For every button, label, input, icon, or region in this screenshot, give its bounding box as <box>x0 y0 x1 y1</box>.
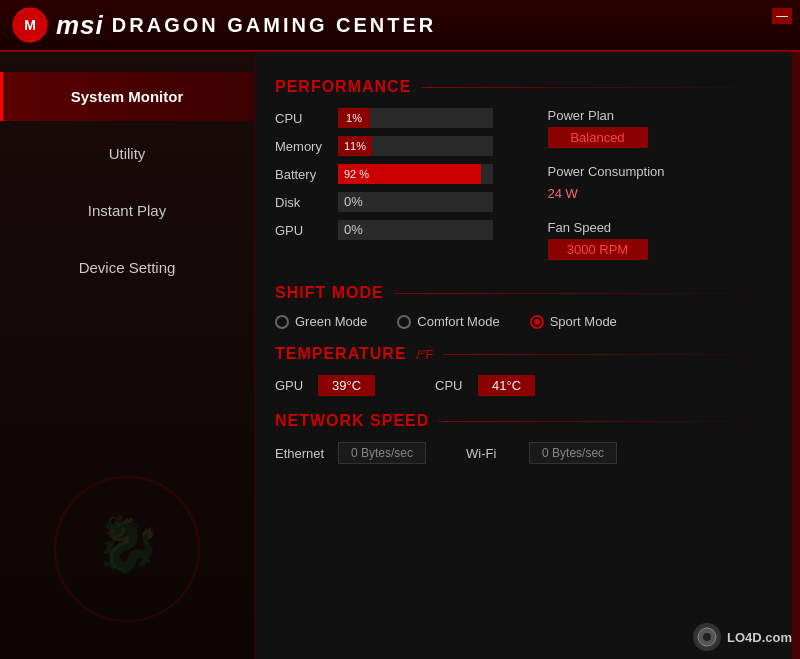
gpu-metric-row: GPU 0% <box>275 220 528 240</box>
battery-bar: 92 % <box>338 164 493 184</box>
cpu-label: CPU <box>275 111 330 126</box>
memory-value: 11% <box>338 136 372 156</box>
wifi-value: 0 Bytes/sec <box>529 442 617 464</box>
shift-mode-header: Shift Mode <box>275 284 780 302</box>
shift-mode-line <box>394 293 780 294</box>
gpu-bar: 0% <box>338 220 493 240</box>
performance-header: Performance <box>275 78 780 96</box>
green-mode-label: Green Mode <box>295 314 367 329</box>
disk-bar: 0% <box>338 192 493 212</box>
gpu-label: GPU <box>275 223 330 238</box>
lo4d-text: LO4D.com <box>727 630 792 645</box>
comfort-mode-radio[interactable] <box>397 315 411 329</box>
performance-title: Performance <box>275 78 411 96</box>
sidebar: System Monitor Utility Instant Play Devi… <box>0 52 255 659</box>
performance-grid: CPU 1% Memory 11% <box>275 108 780 268</box>
ethernet-value: 0 Bytes/sec <box>338 442 426 464</box>
memory-metric-row: Memory 11% <box>275 136 528 156</box>
sport-mode-label: Sport Mode <box>550 314 617 329</box>
gpu-temp-label: GPU <box>275 378 310 393</box>
fan-speed-value: 3000 RPM <box>548 239 648 260</box>
battery-metric-row: Battery 92 % <box>275 164 528 184</box>
cpu-temp-label: CPU <box>435 378 470 393</box>
logo: M msi DRAGON GAMING CENTER <box>12 7 436 43</box>
ethernet-label: Ethernet <box>275 446 330 461</box>
ethernet-item: Ethernet 0 Bytes/sec <box>275 442 426 464</box>
perf-right: Power Plan Balanced Power Consumption 24… <box>528 108 781 268</box>
disk-value: 0% <box>344 194 363 209</box>
power-plan-value: Balanced <box>548 127 648 148</box>
power-consumption-value: 24 W <box>548 183 781 204</box>
main-container: System Monitor Utility Instant Play Devi… <box>0 52 800 659</box>
sidebar-item-utility[interactable]: Utility <box>0 129 254 178</box>
title-bar: M msi DRAGON GAMING CENTER — <box>0 0 800 52</box>
comfort-mode-option[interactable]: Comfort Mode <box>397 314 499 329</box>
svg-point-5 <box>703 633 711 641</box>
battery-value: 92 % <box>338 164 375 184</box>
fan-speed-metric: Fan Speed 3000 RPM <box>548 220 781 260</box>
gpu-temp-item: GPU 39°C <box>275 375 375 396</box>
battery-label: Battery <box>275 167 330 182</box>
app-title: DRAGON GAMING CENTER <box>112 14 436 37</box>
network-speed-line <box>439 421 780 422</box>
wifi-label: Wi-Fi <box>466 446 521 461</box>
power-plan-label: Power Plan <box>548 108 781 123</box>
temperature-line <box>443 354 780 355</box>
memory-bar: 11% <box>338 136 493 156</box>
fan-speed-label: Fan Speed <box>548 220 781 235</box>
minimize-button[interactable]: — <box>772 8 792 24</box>
svg-text:🐉: 🐉 <box>94 512 162 577</box>
right-decoration <box>792 52 800 659</box>
svg-text:M: M <box>24 17 36 33</box>
temperature-title: Temperature <box>275 345 407 363</box>
msi-logo-icon: M <box>12 7 48 43</box>
temp-unit-toggle[interactable]: /°F <box>417 347 434 362</box>
cpu-metric-row: CPU 1% <box>275 108 528 128</box>
sport-mode-radio[interactable] <box>530 315 544 329</box>
svg-point-2 <box>55 477 199 621</box>
green-mode-option[interactable]: Green Mode <box>275 314 367 329</box>
memory-label: Memory <box>275 139 330 154</box>
cpu-bar: 1% <box>338 108 493 128</box>
power-consumption-metric: Power Consumption 24 W <box>548 164 781 204</box>
network-speed-section: Network Speed Ethernet 0 Bytes/sec Wi-Fi… <box>275 412 780 464</box>
sidebar-item-instant-play[interactable]: Instant Play <box>0 186 254 235</box>
power-plan-metric: Power Plan Balanced <box>548 108 781 148</box>
lo4d-circle <box>693 623 721 651</box>
sidebar-dragon-watermark: 🐉 <box>37 459 217 639</box>
performance-line <box>421 87 780 88</box>
disk-metric-row: Disk 0% <box>275 192 528 212</box>
content-area: Performance CPU 1% <box>255 52 800 659</box>
wifi-item: Wi-Fi 0 Bytes/sec <box>466 442 617 464</box>
lo4d-watermark: LO4D.com <box>693 623 792 651</box>
gpu-temp-value: 39°C <box>318 375 375 396</box>
disk-label: Disk <box>275 195 330 210</box>
green-mode-radio[interactable] <box>275 315 289 329</box>
perf-left: CPU 1% Memory 11% <box>275 108 528 268</box>
msi-text: msi <box>56 10 104 41</box>
temperature-items: GPU 39°C CPU 41°C <box>275 375 780 396</box>
network-speed-header: Network Speed <box>275 412 780 430</box>
shift-mode-options: Green Mode Comfort Mode Sport Mode <box>275 314 780 329</box>
gpu-value: 0% <box>344 222 363 237</box>
cpu-value: 1% <box>338 108 370 128</box>
temperature-header: Temperature /°F <box>275 345 780 363</box>
comfort-mode-label: Comfort Mode <box>417 314 499 329</box>
shift-mode-title: Shift Mode <box>275 284 384 302</box>
network-speed-title: Network Speed <box>275 412 429 430</box>
sport-mode-option[interactable]: Sport Mode <box>530 314 617 329</box>
performance-section: Performance CPU 1% <box>275 78 780 268</box>
power-consumption-label: Power Consumption <box>548 164 781 179</box>
cpu-temp-item: CPU 41°C <box>435 375 535 396</box>
shift-mode-section: Shift Mode Green Mode Comfort Mode <box>275 284 780 329</box>
sidebar-item-device-setting[interactable]: Device Setting <box>0 243 254 292</box>
sidebar-item-system-monitor[interactable]: System Monitor <box>0 72 254 121</box>
network-items: Ethernet 0 Bytes/sec Wi-Fi 0 Bytes/sec <box>275 442 780 464</box>
temperature-section: Temperature /°F GPU 39°C CPU 41°C <box>275 345 780 396</box>
cpu-temp-value: 41°C <box>478 375 535 396</box>
